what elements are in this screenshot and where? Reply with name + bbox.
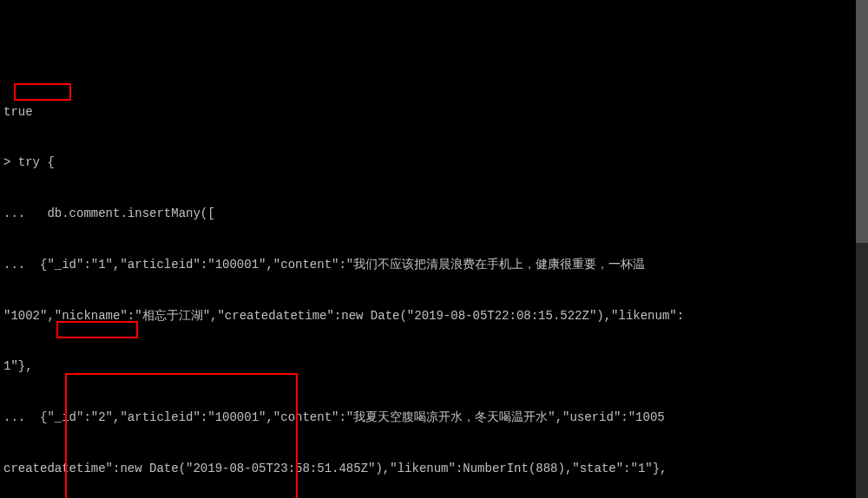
- output-line: "1002","nickname":"相忘于江湖","createdatetim…: [3, 308, 865, 325]
- output-line: ... {"_id":"1","articleid":"100001","con…: [3, 257, 865, 274]
- output-line: ... db.comment.insertMany([: [3, 206, 865, 223]
- output-line: ... {"_id":"2","articleid":"100001","con…: [3, 410, 865, 427]
- highlight-result: [65, 373, 298, 498]
- highlight-try: [14, 83, 71, 101]
- scrollbar-thumb[interactable]: [856, 0, 868, 243]
- output-line: createdatetime":new Date("2019-08-05T23:…: [3, 461, 865, 478]
- output-line-try: > try {: [3, 154, 865, 172]
- terminal-output[interactable]: true > try { ... db.comment.insertMany([…: [0, 68, 868, 498]
- vertical-scrollbar[interactable]: [856, 0, 868, 498]
- output-line: 1"},: [3, 358, 865, 376]
- output-line: true: [3, 104, 865, 121]
